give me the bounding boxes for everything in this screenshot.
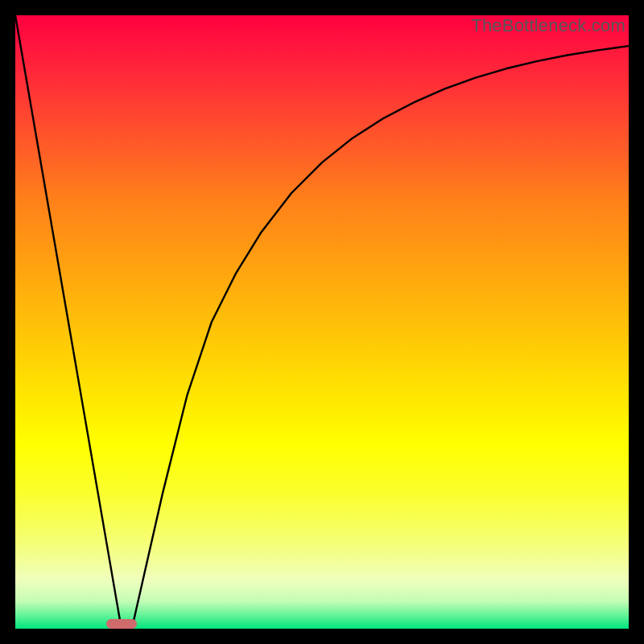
watermark-label: TheBottleneck.com (471, 15, 625, 36)
sweet-spot-marker (106, 619, 137, 629)
chart-frame: TheBottleneck.com (0, 0, 644, 644)
bottleneck-curve (15, 15, 629, 629)
plot-area: TheBottleneck.com (15, 15, 629, 629)
